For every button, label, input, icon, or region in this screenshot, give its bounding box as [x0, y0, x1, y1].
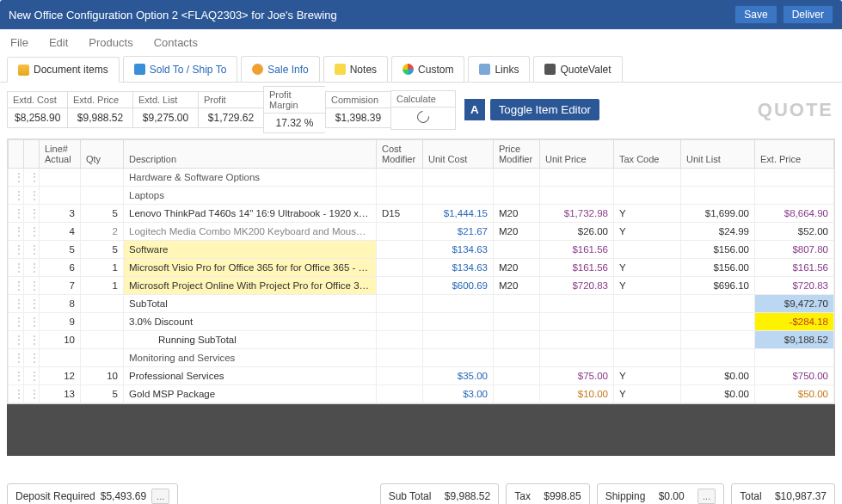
ext-price[interactable]: $750.00 [755, 367, 834, 385]
drag-handle-icon[interactable]: ⋮⋮ [9, 367, 24, 385]
line-number[interactable]: 9 [40, 313, 81, 331]
unit-price[interactable]: $75.00 [540, 367, 614, 385]
save-button[interactable]: Save [734, 5, 777, 24]
row-menu-icon[interactable]: ⋮⋮ [24, 259, 40, 277]
row-menu-icon[interactable]: ⋮⋮ [24, 169, 40, 187]
description[interactable]: Microsoft Visio Pro for Office 365 for f… [124, 259, 377, 277]
line-number[interactable]: 7 [40, 277, 81, 295]
qty[interactable]: 5 [81, 241, 124, 259]
ext-price[interactable]: $807.80 [755, 241, 834, 259]
row-menu-icon[interactable]: ⋮⋮ [24, 331, 40, 349]
row-menu-icon[interactable]: ⋮⋮ [24, 187, 40, 205]
row-menu-icon[interactable]: ⋮⋮ [24, 205, 40, 223]
row-menu-icon[interactable]: ⋮⋮ [24, 241, 40, 259]
unit-list[interactable]: $0.00 [681, 367, 755, 385]
line-number[interactable]: 4 [40, 223, 81, 241]
table-row[interactable]: ⋮⋮⋮⋮Hardware & Software Options [9, 169, 834, 187]
qty[interactable]: 5 [81, 385, 124, 403]
drag-handle-icon[interactable]: ⋮⋮ [9, 331, 24, 349]
col-unit-list[interactable]: Unit List [681, 140, 755, 169]
line-number[interactable]: 5 [40, 241, 81, 259]
subtotal-description[interactable]: 3.0% Discount [124, 313, 377, 331]
cost-modifier[interactable] [377, 367, 423, 385]
price-modifier[interactable] [494, 367, 540, 385]
drag-handle-icon[interactable]: ⋮⋮ [9, 187, 24, 205]
unit-price[interactable]: $10.00 [540, 385, 614, 403]
tax-code[interactable] [614, 241, 681, 259]
tax-code[interactable]: Y [614, 223, 681, 241]
ext-price[interactable]: -$284.18 [755, 313, 834, 331]
drag-handle-icon[interactable]: ⋮⋮ [9, 313, 24, 331]
row-menu-icon[interactable]: ⋮⋮ [24, 277, 40, 295]
line-number[interactable]: 13 [40, 385, 81, 403]
table-row[interactable]: ⋮⋮⋮⋮Monitoring and Services [9, 349, 834, 367]
line-number[interactable]: 3 [40, 205, 81, 223]
drag-handle-icon[interactable]: ⋮⋮ [9, 259, 24, 277]
tax-code[interactable]: Y [614, 277, 681, 295]
col-tax-code[interactable]: Tax Code [614, 140, 681, 169]
unit-cost[interactable]: $3.00 [423, 385, 494, 403]
row-menu-icon[interactable]: ⋮⋮ [24, 313, 40, 331]
col-line[interactable]: Line# Actual [40, 140, 81, 169]
table-row[interactable]: ⋮⋮⋮⋮1210Professional Services$35.00$75.0… [9, 367, 834, 385]
tab-sale-info[interactable]: Sale Info [241, 56, 319, 82]
unit-cost[interactable]: $35.00 [423, 367, 494, 385]
description[interactable]: Microsoft Project Online With Project Pr… [124, 277, 377, 295]
table-row[interactable]: ⋮⋮⋮⋮Laptops [9, 187, 834, 205]
tax-code[interactable]: Y [614, 205, 681, 223]
unit-list[interactable]: $24.99 [681, 223, 755, 241]
description[interactable]: Software [124, 241, 377, 259]
line-number[interactable]: 10 [40, 331, 81, 349]
unit-list[interactable]: $0.00 [681, 385, 755, 403]
tax-code[interactable]: Y [614, 367, 681, 385]
table-row[interactable]: ⋮⋮⋮⋮42Logitech Media Combo MK200 Keyboar… [9, 223, 834, 241]
col-cost-modifier[interactable]: Cost Modifier [377, 140, 423, 169]
qty[interactable]: 2 [81, 223, 124, 241]
subtotal-description[interactable]: SubTotal [124, 295, 377, 313]
menu-edit[interactable]: Edit [49, 36, 68, 49]
row-menu-icon[interactable]: ⋮⋮ [24, 385, 40, 403]
deliver-button[interactable]: Deliver [783, 5, 833, 24]
price-modifier[interactable] [494, 385, 540, 403]
description[interactable]: Gold MSP Package [124, 385, 377, 403]
drag-handle-icon[interactable]: ⋮⋮ [9, 277, 24, 295]
price-modifier[interactable]: M20 [494, 223, 540, 241]
col-qty[interactable]: Qty [81, 140, 124, 169]
unit-list[interactable]: $156.00 [681, 259, 755, 277]
unit-cost[interactable]: $600.69 [423, 277, 494, 295]
price-modifier[interactable] [494, 241, 540, 259]
drag-handle-icon[interactable]: ⋮⋮ [9, 295, 24, 313]
row-menu-icon[interactable]: ⋮⋮ [24, 295, 40, 313]
tab-sold-ship[interactable]: Sold To / Ship To [123, 56, 238, 82]
table-row[interactable]: ⋮⋮⋮⋮93.0% Discount-$284.18 [9, 313, 834, 331]
qty[interactable]: 10 [81, 367, 124, 385]
qty[interactable]: 1 [81, 277, 124, 295]
description[interactable]: Logitech Media Combo MK200 Keyboard and … [124, 223, 377, 241]
ext-price[interactable]: $9,188.52 [755, 331, 834, 349]
menu-file[interactable]: File [10, 36, 28, 49]
cost-modifier[interactable]: D15 [377, 205, 423, 223]
price-modifier[interactable]: M20 [494, 259, 540, 277]
drag-handle-icon[interactable]: ⋮⋮ [9, 205, 24, 223]
ext-price[interactable]: $8,664.90 [755, 205, 834, 223]
unit-cost[interactable]: $1,444.15 [423, 205, 494, 223]
col-ext-price[interactable]: Ext. Price [755, 140, 834, 169]
unit-cost[interactable]: $21.67 [423, 223, 494, 241]
row-menu-icon[interactable]: ⋮⋮ [24, 223, 40, 241]
tab-document-items[interactable]: Document items [7, 57, 120, 83]
table-row[interactable]: ⋮⋮⋮⋮35Lenovo ThinkPad T460s 14" 16:9 Ult… [9, 205, 834, 223]
cost-modifier[interactable] [377, 277, 423, 295]
qty[interactable]: 5 [81, 205, 124, 223]
unit-price[interactable]: $161.56 [540, 259, 614, 277]
section-description[interactable]: Laptops [124, 187, 377, 205]
table-row[interactable]: ⋮⋮⋮⋮8SubTotal$9,472.70 [9, 295, 834, 313]
shipping-edit-button[interactable]: ... [698, 489, 716, 504]
tab-custom[interactable]: Custom [391, 56, 464, 82]
row-menu-icon[interactable]: ⋮⋮ [24, 349, 40, 367]
col-desc[interactable]: Description [124, 140, 377, 169]
ext-price[interactable]: $50.00 [755, 385, 834, 403]
unit-price[interactable]: $720.83 [540, 277, 614, 295]
drag-handle-icon[interactable]: ⋮⋮ [9, 349, 24, 367]
cost-modifier[interactable] [377, 385, 423, 403]
tab-links[interactable]: Links [468, 56, 530, 82]
